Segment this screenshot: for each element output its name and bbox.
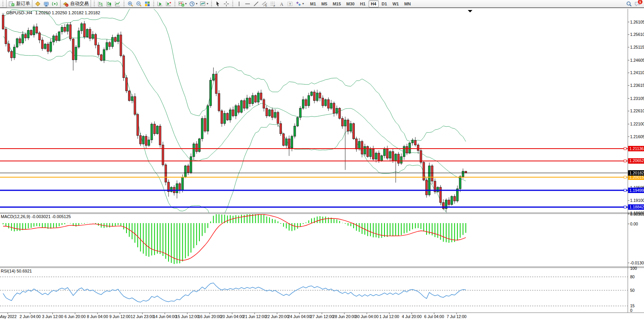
time-tick-label: 2 Jun 04:00 bbox=[20, 314, 41, 319]
dropdown-caret-icon[interactable]: ▾ bbox=[302, 2, 304, 5]
timeframe-m30[interactable]: M30 bbox=[344, 0, 357, 7]
timeframe-h1[interactable]: H1 bbox=[357, 0, 368, 7]
rsi-axis: 1008050150 bbox=[630, 266, 637, 313]
timeframe-h4[interactable]: H4 bbox=[369, 0, 379, 7]
price-axis: 1.261051.256101.251151.246051.241101.236… bbox=[628, 20, 644, 215]
line-chart-mode-button[interactable] bbox=[114, 0, 121, 7]
trendline-tool-button[interactable] bbox=[252, 0, 260, 7]
macd-tick-label: 0.003036 bbox=[630, 212, 644, 217]
zoom-out-icon bbox=[136, 1, 142, 7]
chat-button[interactable]: 1 bbox=[634, 0, 641, 7]
time-tick-label: 16 Jun 20:00 bbox=[198, 314, 221, 319]
timeframe-w1[interactable]: W1 bbox=[390, 0, 401, 7]
text-a-icon: A bbox=[278, 1, 285, 7]
text-tool-button[interactable]: A bbox=[278, 0, 285, 7]
price-tick-label: 1.22610 bbox=[630, 108, 644, 113]
rsi-panel-area[interactable] bbox=[0, 268, 628, 313]
timeframe-d1[interactable]: D1 bbox=[379, 0, 389, 7]
fibonacci-tool-button[interactable]: F bbox=[269, 0, 277, 7]
toolbar-separator bbox=[93, 1, 95, 7]
timeframe-m1[interactable]: M1 bbox=[308, 0, 318, 7]
autotrade-icon bbox=[62, 1, 69, 7]
fibo-icon: F bbox=[270, 1, 276, 7]
chart-canvas[interactable]: 1.261051.256101.251151.246051.241101.236… bbox=[0, 8, 644, 320]
rsi-tick-label: 50 bbox=[630, 288, 635, 293]
time-tick-label: 3 Jun 12:00 bbox=[42, 314, 63, 319]
arrows-tool-button[interactable]: ▾ bbox=[295, 0, 305, 7]
price-tick-label: 1.22100 bbox=[630, 122, 644, 126]
dropdown-caret-icon[interactable]: ▾ bbox=[207, 2, 208, 5]
templates-button[interactable]: ▾ bbox=[199, 0, 209, 7]
dropdown-caret-icon[interactable]: ▾ bbox=[185, 2, 187, 5]
gold-package-icon bbox=[35, 1, 41, 7]
dropdown-caret-icon[interactable]: ▾ bbox=[196, 2, 197, 5]
bars-icon bbox=[98, 1, 104, 7]
time-tick-label: 20 Jun 04:00 bbox=[221, 314, 244, 319]
chart-title: –GBPUSD-,H41.20250 1.20250 1.20182 1.201… bbox=[2, 10, 100, 15]
crosshair-icon bbox=[223, 1, 229, 7]
price-tick-label: 1.19100 bbox=[630, 198, 644, 203]
autoscroll-icon bbox=[157, 1, 163, 7]
price-tick-label: 1.21605 bbox=[630, 134, 644, 139]
vps-button[interactable] bbox=[42, 0, 50, 7]
zoom-out-button[interactable] bbox=[135, 0, 143, 7]
chart-shift-button[interactable] bbox=[165, 0, 172, 7]
crosshair-button[interactable] bbox=[223, 0, 230, 7]
shapes-icon bbox=[295, 1, 302, 7]
market-button[interactable] bbox=[34, 0, 42, 7]
time-tick-label: 14 Jun 04:00 bbox=[153, 314, 177, 319]
time-tick-label: 8 Jun 04:00 bbox=[87, 314, 108, 319]
toolbar-separator bbox=[123, 1, 125, 7]
vertical-line-tool-button[interactable] bbox=[235, 0, 243, 7]
horizontal-line-tool-button[interactable] bbox=[244, 0, 251, 7]
tiles-icon bbox=[144, 1, 150, 7]
zoom-in-button[interactable] bbox=[126, 0, 134, 7]
tile-windows-button[interactable] bbox=[143, 0, 151, 7]
new-order-button[interactable]: 新订单 bbox=[6, 0, 32, 8]
text-label-tool-button[interactable]: T bbox=[286, 0, 294, 7]
toolbar-separator bbox=[2, 1, 4, 7]
toolbar-separator bbox=[232, 1, 234, 7]
price-tick-label: 1.23615 bbox=[630, 83, 644, 88]
timeframe-m15[interactable]: M15 bbox=[330, 0, 343, 7]
autotrading-button[interactable]: 自动交易 bbox=[60, 0, 91, 8]
clock-icon bbox=[189, 1, 195, 7]
time-tick-label: 4 Jul 20:00 bbox=[402, 314, 422, 319]
search-button[interactable] bbox=[625, 0, 633, 7]
channel-tool-button[interactable]: E bbox=[261, 0, 268, 7]
macd-axis: 0.0030360.00-0.01309 bbox=[628, 212, 644, 265]
toolbar: 新订单自动交易▾▾▾EFAT▾M1M5M15M30H1H4D1W1MN1 bbox=[0, 0, 644, 8]
price-tick-label: 1.25115 bbox=[630, 45, 644, 49]
timeframe-mn[interactable]: MN bbox=[402, 0, 413, 7]
svg-text:F: F bbox=[274, 4, 275, 7]
timeframe-m5[interactable]: M5 bbox=[319, 0, 329, 7]
chart-symbol-period: GBPUSD-,H4 bbox=[6, 10, 32, 15]
vline-icon bbox=[236, 1, 242, 7]
time-tick-label: 15 Jun 12:00 bbox=[175, 314, 199, 319]
auto-scroll-button[interactable] bbox=[156, 0, 164, 7]
chart-ohlc-values: 1.20250 1.20250 1.20182 1.20182 bbox=[35, 10, 100, 15]
cursor-button[interactable] bbox=[214, 0, 222, 7]
time-tick-label: 12 Jun 23:00 bbox=[131, 314, 154, 319]
bar-chart-mode-button[interactable] bbox=[97, 0, 105, 7]
rsi-tick-label: 15 bbox=[630, 303, 635, 308]
candlestick-mode-button[interactable] bbox=[105, 0, 113, 7]
toolbar-separator bbox=[211, 1, 212, 7]
svg-text:E: E bbox=[265, 4, 267, 7]
svg-text:T: T bbox=[289, 2, 292, 6]
macd-panel-area[interactable] bbox=[0, 214, 628, 267]
template-icon bbox=[200, 1, 206, 7]
price-tick-label: 1.25610 bbox=[630, 32, 644, 37]
macd-indicator-label: MACD(12,26,9) -0.003021 -0.005125 bbox=[1, 214, 71, 219]
new-chart-icon bbox=[178, 1, 184, 7]
text-label-icon: T bbox=[287, 1, 293, 7]
macd-tick-label: 0.00 bbox=[630, 222, 638, 226]
signal-icon bbox=[52, 1, 58, 7]
line-price-badge: 1.20652 bbox=[629, 158, 644, 163]
new-chart-button[interactable]: ▾ bbox=[177, 0, 187, 7]
signals-button[interactable] bbox=[51, 0, 59, 7]
periods-button[interactable]: ▾ bbox=[188, 0, 198, 7]
current-price-badge: 1.20182 bbox=[629, 171, 644, 175]
main-plot-area[interactable] bbox=[0, 9, 628, 213]
time-tick-label: 7 Jul 12:00 bbox=[447, 314, 467, 319]
